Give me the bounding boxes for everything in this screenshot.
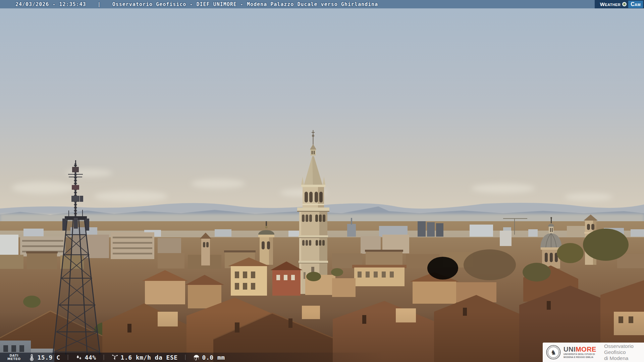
weathercam-cam-label: Cam [628, 1, 643, 8]
webcam-page: 24/03/2026 - 12:35:43 | Osservatorio Geo… [0, 0, 644, 362]
svg-text:♞: ♞ [550, 349, 556, 356]
weatherbar-divider [68, 355, 68, 360]
top-status-bar: 24/03/2026 - 12:35:43 | Osservatorio Geo… [0, 0, 644, 8]
rain-umbrella-icon [193, 354, 200, 361]
datetime-label: 24/03/2026 - 12:35:43 [15, 1, 86, 7]
wind-value: 1.6 km/h da ESE [121, 354, 178, 361]
topbar-separator: | [98, 1, 101, 7]
weathercam-logo[interactable]: Weather Cam [595, 0, 644, 8]
humidity-drops-icon [75, 354, 83, 361]
observatory-name-line1: Osservatorio Geofisico [604, 343, 644, 356]
wind-reading: 1.6 km/h da ESE [111, 354, 178, 361]
dati-meteo-label: DATI METEO [7, 354, 21, 361]
observatory-name: Osservatorio Geofisico di Modena [604, 343, 644, 362]
observatory-name-line2: di Modena [604, 355, 644, 361]
university-name-line1: UNIVERSITÀ DEGLI STUDI DI [564, 353, 601, 356]
humidity-value: 44% [85, 354, 96, 361]
humidity-reading: 44% [75, 354, 96, 361]
anemometer-icon [111, 354, 118, 361]
unimore-logo-panel[interactable]: ♞ UNIMORE UNIVERSITÀ DEGLI STUDI DI MODE… [543, 343, 644, 362]
camera-lens-dot-icon [622, 2, 627, 6]
small-campanile [200, 233, 211, 265]
university-name-line2: MODENA E REGGIO EMILIA [564, 356, 601, 359]
thermometer-icon [28, 354, 35, 361]
webcam-photo [0, 0, 644, 362]
unimore-wordmark: UNIMORE [564, 346, 601, 353]
unimore-wordmark-block: UNIMORE UNIVERSITÀ DEGLI STUDI DI MODENA… [564, 346, 601, 359]
weathercam-weather-label: Weather [600, 1, 621, 7]
rain-value: 0.0 mm [202, 354, 225, 361]
weatherbar-divider [104, 355, 104, 360]
rain-reading: 0.0 mm [193, 354, 225, 361]
webcam-title: Osservatorio Geofisico - DIEF UNIMORE - … [112, 1, 378, 7]
temperature-reading: 15.9 C [28, 354, 60, 361]
unimore-equestrian-seal-icon: ♞ [546, 345, 561, 360]
weatherbar-divider [185, 355, 185, 360]
temperature-value: 15.9 C [38, 354, 60, 361]
